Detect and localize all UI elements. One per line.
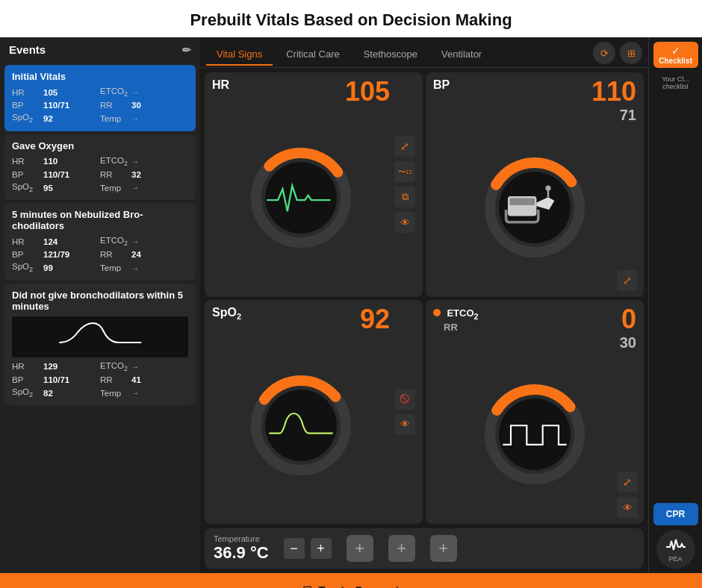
- hr-card: HR 105: [205, 72, 423, 297]
- hr-value-1: 105: [43, 88, 70, 97]
- spo2-card-value: 92: [360, 306, 390, 333]
- refresh-icon[interactable]: ⟳: [593, 42, 615, 64]
- etco2-dot: [433, 309, 441, 316]
- rr-card-label: RR: [444, 322, 458, 333]
- etco2-label-1: ETCO2: [100, 87, 128, 98]
- spo2-value-1: 92: [43, 114, 70, 123]
- checklist-text: Your Cl...checklist: [662, 75, 689, 90]
- tabs-bar: Vital Signs Critical Care Stethoscope Ve…: [200, 37, 648, 68]
- spo2-label-1: SpO2: [12, 113, 40, 124]
- tab-ventilator[interactable]: Ventilator: [431, 44, 492, 66]
- temp-plus-btn[interactable]: +: [311, 538, 332, 559]
- tab-critical-care[interactable]: Critical Care: [276, 44, 350, 66]
- event-title-4: Did not give bronchodilators within 5 mi…: [12, 290, 188, 312]
- etco2-card-value: 0: [620, 306, 636, 333]
- spo2-eye-btn[interactable]: 👁: [394, 414, 415, 435]
- sidebar-title: Events: [9, 43, 46, 56]
- spo2-nodata-btn[interactable]: 🚫: [394, 389, 415, 410]
- event-title-1: Initial Vitals: [12, 71, 188, 82]
- event-nebulized[interactable]: 5 minutes on Nebulized Bro-chodilators H…: [4, 203, 196, 281]
- temp-minus-btn[interactable]: −: [284, 538, 305, 559]
- right-panel: ✓ Checklist Your Cl...checklist CPR PEA: [648, 37, 702, 573]
- event-title-2: Gave Oxygen: [12, 140, 188, 151]
- etco2-arrow-1: →: [131, 88, 139, 96]
- tab-vital-signs[interactable]: Vital Signs: [206, 44, 273, 66]
- hr-expand-btn[interactable]: ⤢: [394, 136, 415, 157]
- event-title-3: 5 minutes on Nebulized Bro-chodilators: [12, 209, 188, 231]
- hr-card-value: 105: [345, 78, 390, 105]
- add-slot-3[interactable]: +: [430, 535, 457, 562]
- hr-layer-btn[interactable]: ⧉: [394, 187, 415, 207]
- svg-point-6: [545, 185, 550, 190]
- bp-card-value: 110: [591, 78, 636, 105]
- sidebar: Events ✏ Initial Vitals HR 105 ETCO2 → B…: [0, 37, 200, 573]
- event-gave-oxygen[interactable]: Gave Oxygen HR 110 ETCO2 → BP 110/71 RR …: [4, 134, 196, 201]
- spo2-side-buttons: 🚫 👁: [394, 306, 415, 519]
- bp-card-label: BP: [433, 78, 450, 92]
- wave-display: [12, 316, 188, 357]
- event-initial-vitals[interactable]: Initial Vitals HR 105 ETCO2 → BP 110/71 …: [4, 65, 196, 131]
- etco2-card-label: ETCO2: [447, 307, 478, 319]
- temperature-bar: Temperature 36.9 °C − + + + +: [205, 528, 644, 569]
- rr-value-1: 30: [131, 101, 158, 110]
- temp-arrow-1: →: [131, 114, 139, 122]
- hr-side-buttons: ⤢ 〜12 ⧉ 👁: [394, 78, 415, 291]
- event-no-broncho[interactable]: Did not give bronchodilators within 5 mi…: [4, 284, 196, 406]
- tap-bar-label: Tap to Connect: [318, 584, 399, 589]
- hr-eye-btn[interactable]: 👁: [394, 212, 415, 233]
- checklist-button[interactable]: ✓ Checklist: [653, 42, 698, 68]
- bp-label-1: BP: [12, 101, 40, 110]
- center-panel: Vital Signs Critical Care Stethoscope Ve…: [200, 37, 648, 573]
- edit-icon[interactable]: ✏: [182, 44, 191, 56]
- etco2-expand-btn[interactable]: ⤢: [617, 472, 638, 492]
- temp-value: 36.9 °C: [214, 543, 269, 563]
- rr-card-value: 30: [620, 334, 636, 351]
- add-slot-1[interactable]: +: [347, 535, 373, 562]
- pea-label: PEA: [668, 555, 682, 563]
- spo2-card-label: SpO2: [212, 306, 241, 321]
- etco2-card: ETCO2 RR 0 30: [426, 300, 644, 525]
- temp-label-1: Temp: [100, 114, 128, 123]
- spo2-card: SpO2 92: [205, 300, 423, 525]
- pea-wave-icon: [665, 537, 687, 555]
- tab-stethoscope[interactable]: Stethoscope: [353, 44, 428, 66]
- add-slot-2[interactable]: +: [388, 535, 415, 562]
- bp-value-1: 110/71: [43, 101, 70, 110]
- checklist-label: Checklist: [658, 57, 694, 65]
- temp-label: Temperature: [214, 534, 269, 543]
- svg-rect-5: [509, 198, 535, 205]
- bp-card-subvalue: 71: [591, 107, 636, 124]
- cast-icon: ⊡: [302, 583, 312, 589]
- cpr-button[interactable]: CPR: [653, 503, 698, 525]
- hr-card-label: HR: [212, 78, 229, 92]
- bp-card: BP 110 71: [426, 72, 644, 297]
- hr-wave-btn[interactable]: 〜12: [394, 161, 415, 182]
- vitals-grid: HR 105: [200, 68, 648, 528]
- bp-expand-btn[interactable]: ⤢: [617, 270, 638, 291]
- settings-icon[interactable]: ⊞: [620, 42, 642, 64]
- tap-connect-bar[interactable]: ⊡ Tap to Connect: [0, 573, 702, 588]
- page-title: Prebuilt Vitals Based on Decision Making: [0, 0, 702, 37]
- pea-button[interactable]: PEA: [656, 530, 695, 569]
- rr-label-1: RR: [100, 101, 128, 110]
- hr-label-1: HR: [12, 88, 40, 97]
- etco2-eye-btn[interactable]: 👁: [617, 497, 638, 518]
